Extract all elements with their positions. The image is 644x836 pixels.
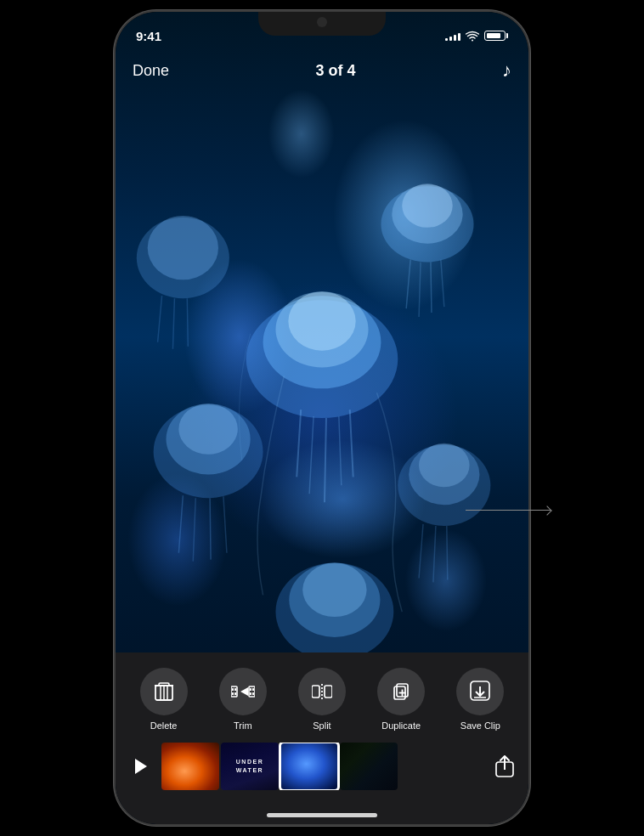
power-button[interactable] <box>528 207 530 284</box>
delete-button[interactable]: Delete <box>140 668 188 731</box>
status-time: 9:41 <box>136 29 161 43</box>
svg-line-26 <box>210 498 211 559</box>
svg-line-8 <box>350 410 353 477</box>
svg-line-4 <box>297 410 301 477</box>
screen: 9:41 <box>116 12 528 824</box>
done-button[interactable]: Done <box>133 62 169 80</box>
duplicate-button[interactable]: Duplicate <box>377 668 425 731</box>
status-icons <box>445 31 508 42</box>
svg-rect-49 <box>232 688 234 691</box>
save-clip-button-circle <box>456 668 504 715</box>
clip-thumbnail-3[interactable] <box>280 743 338 790</box>
svg-line-24 <box>178 495 183 552</box>
svg-rect-48 <box>231 686 237 697</box>
svg-line-18 <box>158 296 162 342</box>
svg-line-33 <box>447 526 448 579</box>
clips-strip: UNDER WATER <box>161 743 483 790</box>
svg-point-23 <box>178 404 237 455</box>
svg-line-13 <box>419 263 421 317</box>
svg-rect-55 <box>250 688 251 691</box>
duplicate-icon <box>391 681 411 702</box>
wifi-icon <box>466 31 479 42</box>
svg-point-11 <box>402 184 453 228</box>
home-indicator[interactable] <box>267 813 377 817</box>
clip-2-text: UNDER WATER <box>236 758 263 775</box>
share-icon <box>495 755 514 777</box>
trim-button-label: Trim <box>234 720 252 731</box>
header-bar: Done 3 of 4 ♪ <box>116 49 528 92</box>
svg-rect-57 <box>250 692 251 695</box>
svg-marker-53 <box>240 687 248 696</box>
clip-thumbnail-1[interactable] <box>161 743 219 790</box>
clip-thumbnail-4[interactable] <box>340 743 398 790</box>
signal-bar-3 <box>454 35 456 41</box>
svg-rect-59 <box>312 686 319 698</box>
duplicate-button-label: Duplicate <box>381 720 421 731</box>
play-button[interactable] <box>124 751 155 782</box>
save-clip-button-label: Save Clip <box>460 720 500 731</box>
annotation-line <box>466 510 551 511</box>
svg-rect-56 <box>252 688 254 691</box>
svg-line-12 <box>406 260 410 309</box>
svg-line-32 <box>433 526 436 582</box>
play-icon <box>135 759 147 774</box>
clip-counter: 3 of 4 <box>316 62 356 80</box>
signal-strength-icon <box>445 31 460 41</box>
svg-point-36 <box>302 563 366 617</box>
svg-line-25 <box>193 498 195 561</box>
action-buttons-row: Delete <box>116 652 528 737</box>
svg-rect-52 <box>234 692 236 695</box>
split-button-circle <box>298 668 346 715</box>
svg-line-5 <box>309 416 314 494</box>
save-clip-icon <box>470 681 490 703</box>
signal-bar-4 <box>458 33 460 41</box>
split-button-label: Split <box>313 720 330 731</box>
svg-line-14 <box>431 263 432 314</box>
svg-line-27 <box>223 496 227 552</box>
svg-line-20 <box>187 298 188 347</box>
signal-bar-1 <box>445 38 448 41</box>
signal-bar-2 <box>449 37 452 41</box>
split-button[interactable]: Split <box>298 668 346 731</box>
delete-button-label: Delete <box>150 720 178 731</box>
bottom-toolbar: Delete <box>116 652 528 824</box>
status-bar: 9:41 <box>116 12 528 49</box>
svg-point-41 <box>472 39 473 41</box>
svg-point-3 <box>288 291 355 350</box>
phone-frame: 9:41 <box>114 10 530 826</box>
battery-icon <box>484 31 508 41</box>
svg-line-7 <box>339 416 342 485</box>
trim-button[interactable]: Trim <box>219 668 267 731</box>
svg-rect-58 <box>252 692 254 695</box>
svg-point-30 <box>419 443 470 488</box>
svg-rect-51 <box>232 692 234 695</box>
trim-button-circle <box>219 668 267 715</box>
trim-icon <box>231 682 255 701</box>
clip-thumbnail-2[interactable]: UNDER WATER <box>221 743 279 790</box>
svg-line-31 <box>419 524 423 578</box>
save-clip-button[interactable]: Save Clip <box>456 668 504 731</box>
svg-point-17 <box>148 216 218 280</box>
svg-line-19 <box>172 298 174 349</box>
delete-button-circle <box>140 668 188 715</box>
trash-icon <box>155 681 173 702</box>
svg-line-15 <box>441 260 444 308</box>
music-button[interactable]: ♪ <box>502 59 511 82</box>
svg-rect-54 <box>249 686 255 697</box>
svg-rect-50 <box>234 688 236 691</box>
duplicate-button-circle <box>377 668 425 715</box>
svg-rect-60 <box>325 686 332 698</box>
svg-line-6 <box>325 418 326 502</box>
share-button[interactable] <box>489 751 520 782</box>
split-icon <box>312 682 332 701</box>
timeline-area: UNDER WATER <box>116 737 528 799</box>
